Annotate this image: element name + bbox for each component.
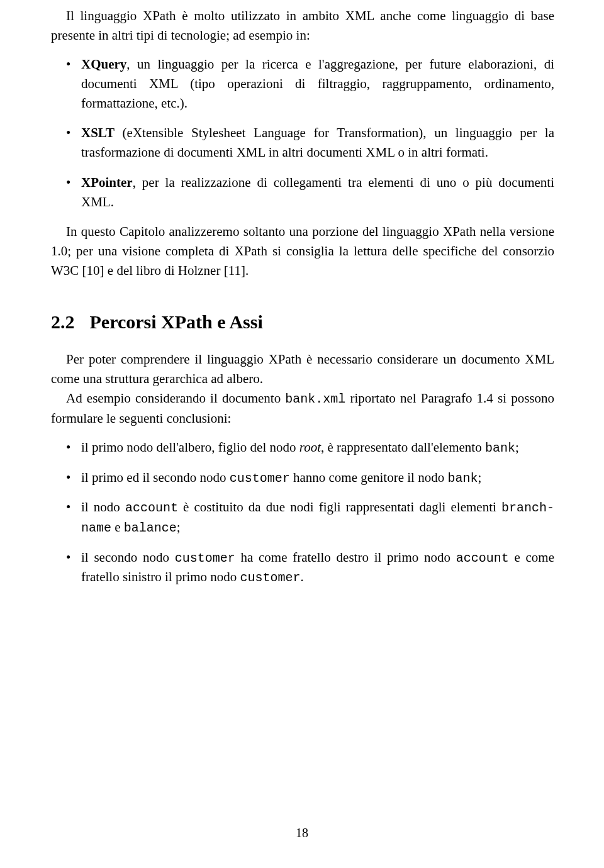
section-number: 2.2 [51, 311, 75, 332]
paragraph-3a: Per poter comprendere il linguaggio XPat… [51, 350, 554, 389]
list-2-item-2-bank: bank [447, 471, 478, 486]
list-2-item-3-account: account [125, 501, 178, 515]
list-2-item-1-root: root [299, 440, 321, 455]
bullet-icon: • [66, 498, 70, 517]
code-bank-xml: bank.xml [285, 392, 345, 406]
bullet-icon: • [66, 438, 70, 457]
list-2-item-4-c: ha come fratello destro il primo nodo [235, 550, 456, 565]
paragraph-3b-part1: Ad esempio considerando il documento [66, 391, 285, 406]
list-2-item-1: • il primo nodo dell'albero, figlio del … [51, 438, 554, 458]
list-2-item-1-bank: bank [485, 441, 515, 455]
paragraph-2: In questo Capitolo analizzeremo soltanto… [51, 222, 554, 281]
list-2-item-3-a: il nodo [81, 499, 125, 515]
list-1-item-3-text: , per la realizzazione di collegamenti t… [81, 175, 554, 209]
intro-paragraph: Il linguaggio XPath è molto utilizzato i… [51, 6, 554, 45]
list-2-item-2-a: il primo ed il secondo nodo [81, 470, 230, 485]
list-2-item-3-balance: balance [124, 521, 177, 535]
list-1-item-2: • XSLT (eXtensible Stylesheet Language f… [51, 123, 554, 162]
list-2-item-2-e: ; [478, 470, 481, 485]
list-2-item-1-a: il primo nodo dell'albero, figlio del no… [81, 440, 299, 455]
bullet-icon: • [66, 468, 70, 487]
section-heading: 2.2Percorsi XPath e Assi [51, 308, 554, 336]
list-2-item-4-customer1: customer [175, 551, 235, 565]
list-2-item-4-account: account [456, 551, 509, 565]
list-1-item-2-text: (eXtensible Stylesheet Language for Tran… [81, 125, 554, 160]
list-2-item-4-customer2: customer [240, 570, 301, 585]
list-2-item-4: • il secondo nodo customer ha come frate… [51, 548, 554, 587]
list-1-item-3-term: XPointer [81, 175, 133, 190]
section-title: Percorsi XPath e Assi [90, 311, 263, 332]
bullet-icon: • [66, 173, 70, 192]
list-2-item-3-g: ; [177, 520, 181, 535]
bullet-icon: • [66, 55, 70, 74]
bullet-icon: • [66, 123, 70, 143]
list-1-item-1: • XQuery, un linguaggio per la ricerca e… [51, 55, 554, 113]
page: Il linguaggio XPath è molto utilizzato i… [0, 0, 604, 868]
paragraph-3b: Ad esempio considerando il documento ban… [51, 389, 554, 428]
list-1-item-3: • XPointer, per la realizzazione di coll… [51, 173, 554, 212]
list-2-item-3-c: è costituito da due nodi figli rappresen… [178, 499, 501, 515]
list-2-item-1-c: , è rappresentato dall'elemento [321, 440, 485, 455]
list-2-item-3: • il nodo account è costituito da due no… [51, 498, 554, 537]
list-2-item-4-a: il secondo nodo [81, 550, 175, 565]
list-2-item-2-c: hanno come genitore il nodo [290, 470, 448, 485]
list-2-item-2: • il primo ed il secondo nodo customer h… [51, 468, 554, 488]
list-1-item-2-term: XSLT [81, 125, 115, 140]
list-2-item-3-e: e [111, 520, 124, 535]
list-1-item-1-term: XQuery [81, 57, 126, 72]
list-1-item-1-text: , un linguaggio per la ricerca e l'aggre… [81, 57, 554, 111]
list-2: • il primo nodo dell'albero, figlio del … [51, 438, 554, 587]
list-1: • XQuery, un linguaggio per la ricerca e… [51, 55, 554, 212]
list-2-item-2-customer: customer [230, 471, 290, 486]
list-2-item-4-g: . [301, 569, 304, 584]
page-number: 18 [0, 824, 604, 843]
bullet-icon: • [66, 548, 70, 567]
list-2-item-1-e: ; [515, 440, 519, 455]
